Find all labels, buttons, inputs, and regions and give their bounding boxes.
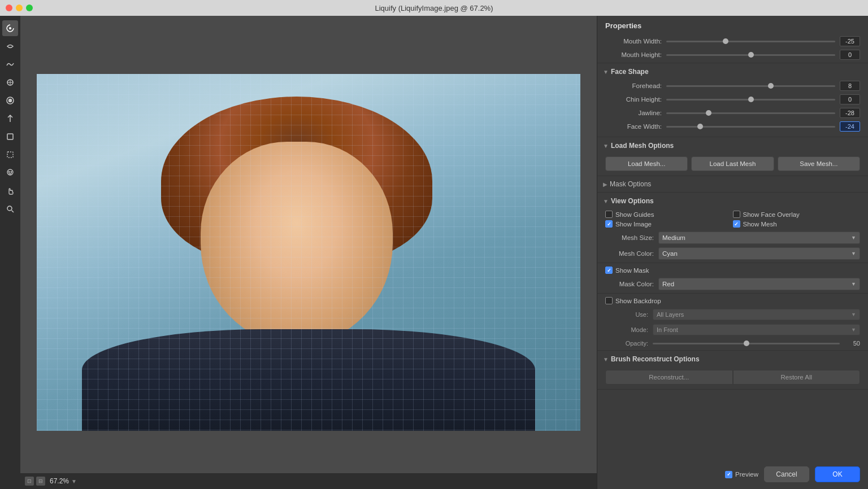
bloat-tool-button[interactable] xyxy=(2,93,18,108)
maximize-button[interactable] xyxy=(26,5,33,11)
canvas-image[interactable] xyxy=(37,74,580,431)
show-backdrop-row[interactable]: Show Backdrop xyxy=(597,295,868,307)
use-label: Use: xyxy=(614,311,648,318)
left-toolbar xyxy=(0,16,20,489)
face-shape-section-header[interactable]: ▼ Face Shape xyxy=(597,64,868,79)
status-icon-right[interactable]: ⊟ xyxy=(36,477,45,486)
mode-select[interactable]: In Front ▼ xyxy=(653,324,860,335)
chin-height-thumb[interactable] xyxy=(748,97,754,102)
mouth-width-slider[interactable] xyxy=(666,37,835,46)
thaw-mask-tool-button[interactable] xyxy=(2,147,18,163)
face-shape-label: Face Shape xyxy=(611,68,649,76)
reconstruct-button[interactable]: Reconstruct... xyxy=(605,370,733,385)
preview-row[interactable]: Preview xyxy=(725,471,758,478)
mesh-size-dropdown-arrow: ▼ xyxy=(851,235,856,241)
right-panel: Properties Mouth Width: -25 Mouth Height… xyxy=(597,16,868,489)
opacity-value: 50 xyxy=(844,340,860,347)
jawline-value[interactable]: -28 xyxy=(840,108,860,118)
show-mesh-item[interactable]: Show Mesh xyxy=(733,220,861,228)
mode-label: Mode: xyxy=(614,326,648,333)
chin-height-slider[interactable] xyxy=(666,95,835,104)
view-options-section-header[interactable]: ▼ View Options xyxy=(597,194,868,208)
mouth-height-value[interactable]: 0 xyxy=(840,50,860,60)
cancel-button[interactable]: Cancel xyxy=(764,466,809,482)
chin-height-value[interactable]: 0 xyxy=(840,94,860,104)
minimize-button[interactable] xyxy=(16,5,23,11)
view-options-arrow: ▼ xyxy=(603,198,609,204)
show-face-overlay-label: Show Face Overlay xyxy=(743,211,800,218)
divider-1 xyxy=(597,63,868,63)
canvas-area[interactable]: ⊡ ⊟ 67.2% ▼ xyxy=(20,16,597,489)
show-backdrop-checkbox[interactable] xyxy=(605,297,613,304)
opacity-slider[interactable] xyxy=(653,339,840,348)
show-mesh-checkbox[interactable] xyxy=(733,220,740,228)
show-image-item[interactable]: Show Image xyxy=(605,220,733,228)
svg-rect-4 xyxy=(7,134,13,139)
mesh-color-select[interactable]: Cyan ▼ xyxy=(658,247,860,260)
load-last-mesh-button[interactable]: Load Last Mesh xyxy=(691,156,774,171)
push-left-tool-button[interactable] xyxy=(2,111,18,126)
use-select[interactable]: All Layers ▼ xyxy=(653,309,860,320)
zoom-display: 67.2% ▼ xyxy=(50,477,77,485)
smooth-tool-button[interactable] xyxy=(2,56,18,72)
mask-color-value: Red xyxy=(662,281,674,287)
restore-all-button[interactable]: Restore All xyxy=(733,370,861,385)
mesh-size-select[interactable]: Medium ▼ xyxy=(658,232,860,244)
mouth-height-thumb[interactable] xyxy=(748,52,754,58)
divider-7 xyxy=(597,350,868,351)
face-shape-arrow: ▼ xyxy=(603,69,609,75)
forehead-value[interactable]: 8 xyxy=(840,81,860,91)
preview-checkbox[interactable] xyxy=(725,471,732,478)
brush-reconstruct-label: Brush Reconstruct Options xyxy=(611,355,700,363)
show-image-checkbox[interactable] xyxy=(605,220,613,228)
mask-options-section-header[interactable]: ▶ Mask Options xyxy=(597,177,868,191)
divider-5 xyxy=(597,263,868,263)
mouth-width-value[interactable]: -25 xyxy=(840,36,860,46)
save-mesh-button[interactable]: Save Mesh... xyxy=(778,156,860,171)
load-mesh-label: Load Mesh Options xyxy=(611,142,674,150)
opacity-thumb[interactable] xyxy=(744,340,749,346)
mouth-height-row: Mouth Height: 0 xyxy=(597,48,868,62)
face-width-track xyxy=(666,126,835,128)
reconstruct-tool-button[interactable] xyxy=(2,38,18,54)
forehead-thumb[interactable] xyxy=(768,83,774,89)
pucker-tool-button[interactable] xyxy=(2,75,18,90)
mouth-width-row: Mouth Width: -25 xyxy=(597,34,868,48)
mouth-height-label: Mouth Height: xyxy=(605,51,662,58)
face-tool-button[interactable] xyxy=(2,165,18,181)
show-face-overlay-item[interactable]: Show Face Overlay xyxy=(733,211,861,218)
status-icon-left[interactable]: ⊡ xyxy=(25,477,34,486)
mouth-height-track xyxy=(666,54,835,56)
zoom-tool-button[interactable] xyxy=(2,201,18,217)
face-width-slider[interactable] xyxy=(666,122,835,131)
mouth-width-thumb[interactable] xyxy=(723,38,728,44)
preview-label: Preview xyxy=(735,471,758,478)
load-mesh-section-header[interactable]: ▼ Load Mesh Options xyxy=(597,138,868,153)
face-shape-section-content: Forehead: 8 Chin Height: 0 xyxy=(597,79,868,136)
show-guides-item[interactable]: Show Guides xyxy=(605,211,733,218)
mask-color-select[interactable]: Red ▼ xyxy=(658,278,860,290)
warp-tool-button[interactable] xyxy=(2,20,18,36)
show-guides-checkbox[interactable] xyxy=(605,211,613,218)
mouth-height-slider[interactable] xyxy=(666,50,835,59)
freeze-mask-tool-button[interactable] xyxy=(2,129,18,145)
show-mask-row[interactable]: Show Mask xyxy=(597,264,868,276)
ok-button[interactable]: OK xyxy=(815,466,860,482)
face-width-value[interactable]: -24 xyxy=(840,121,860,132)
forehead-slider[interactable] xyxy=(666,81,835,90)
hand-tool-button[interactable] xyxy=(2,183,18,199)
show-face-overlay-checkbox[interactable] xyxy=(733,211,740,218)
chin-height-label: Chin Height: xyxy=(605,96,662,103)
load-mesh-buttons: Load Mesh... Load Last Mesh Save Mesh... xyxy=(597,153,868,174)
load-mesh-button[interactable]: Load Mesh... xyxy=(605,156,688,171)
forehead-row: Forehead: 8 xyxy=(597,79,868,93)
zoom-dropdown-arrow[interactable]: ▼ xyxy=(71,478,77,484)
show-mask-checkbox[interactable] xyxy=(605,267,613,274)
show-guides-label: Show Guides xyxy=(615,211,654,218)
window-controls[interactable] xyxy=(6,5,33,11)
brush-reconstruct-section-header[interactable]: ▼ Brush Reconstruct Options xyxy=(597,352,868,366)
close-button[interactable] xyxy=(6,5,12,11)
jawline-thumb[interactable] xyxy=(706,110,711,116)
face-width-thumb[interactable] xyxy=(697,124,703,129)
jawline-slider[interactable] xyxy=(666,108,835,117)
